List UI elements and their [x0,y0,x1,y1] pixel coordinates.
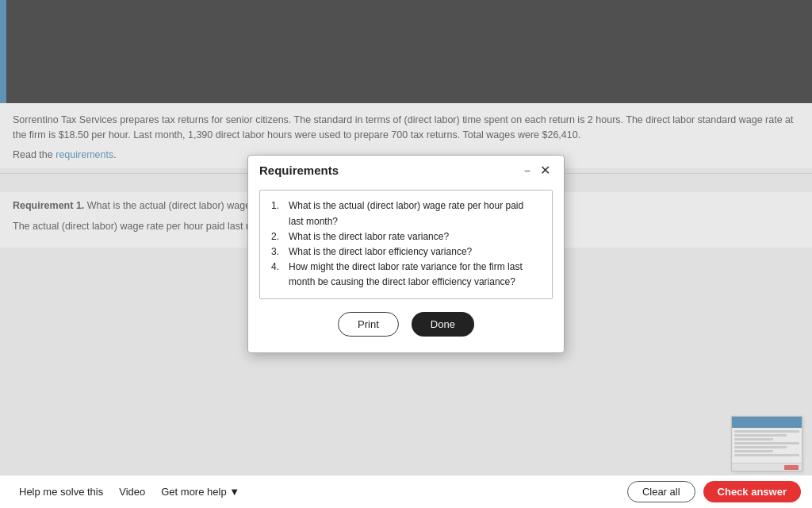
modal-controls: − ✕ [522,164,553,177]
requirements-list-item: 3.What is the direct labor efficiency va… [271,244,541,248]
requirement-item-number: 2. [271,229,284,244]
requirements-list-item: 1.What is the actual (direct labor) wage… [271,198,541,229]
requirements-list-item: 2.What is the direct labor rate variance… [271,229,541,244]
requirement-item-text: What is the actual (direct labor) wage r… [289,198,541,229]
requirements-list: 1.What is the actual (direct labor) wage… [271,198,541,247]
modal-body: 1.What is the actual (direct labor) wage… [248,183,564,247]
modal-header: Requirements − ✕ [248,156,564,183]
requirement-item-text: What is the direct labor efficiency vari… [289,244,472,248]
requirements-box: 1.What is the actual (direct labor) wage… [259,190,553,247]
modal-close-button[interactable]: ✕ [538,164,553,177]
requirement-item-text: What is the direct labor rate variance? [289,229,449,244]
requirement-item-number: 3. [271,244,284,248]
modal-overlay: Requirements − ✕ 1.What is the actual (d… [0,0,812,248]
modal-title: Requirements [259,164,339,177]
requirements-modal: Requirements − ✕ 1.What is the actual (d… [247,155,565,247]
requirement-item-number: 1. [271,198,284,229]
modal-minimize-button[interactable]: − [522,165,533,176]
